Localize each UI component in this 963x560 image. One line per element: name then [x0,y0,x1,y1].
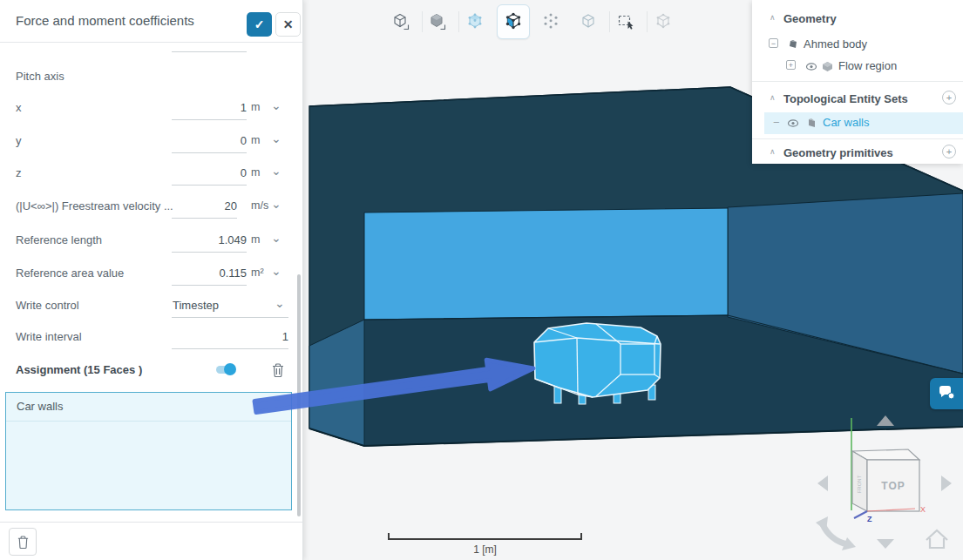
volume-select-icon[interactable] [460,7,490,37]
multi-select-disabled-icon [648,7,678,37]
close-button[interactable]: ✕ [275,12,301,37]
scene-tree-panel: ∧ Geometry − Ahmed body + Flow region ∧ … [752,0,963,164]
wireframe-view-icon[interactable] [386,7,416,37]
tree-section-geometry[interactable]: ∧ Geometry [752,10,963,30]
y-underline [172,152,247,153]
geometry-icon [788,39,798,52]
tree-connector-dash: − [773,116,780,129]
panel-form: m Pitch axis x 1 m ⌄ y 0 m ⌄ z 0 m ⌄ ( [0,42,302,522]
y-unit-select[interactable]: m [251,134,260,146]
car-walls-label: Car walls [823,116,869,129]
chevron-down-icon[interactable]: ⌄ [271,231,281,245]
toolbar-separator [647,11,648,32]
write-interval-input[interactable]: 1 [172,330,288,343]
solid-cube-icon [822,61,833,75]
panel-header: Force and moment coefficients ✓ ✕ [0,0,302,43]
reference-area-underline [172,285,247,286]
add-geometry-primitive-button[interactable]: + [942,145,956,159]
toolbar-separator [458,11,459,32]
axis-x-label: X [920,505,926,514]
reference-length-unit-select[interactable]: m [251,233,260,246]
tree-item-flow-region[interactable]: + Flow region [752,57,963,77]
x-input[interactable]: 1 [172,101,247,114]
tree-divider [752,138,963,139]
z-label: z [16,166,22,179]
z-unit-select[interactable]: m [251,166,260,179]
flow-region-label: Flow region [838,59,897,72]
geometry-primitives-label: Geometry primitives [783,146,893,159]
panel-footer-divider [0,522,302,523]
settings-panel: Force and moment coefficients ✓ ✕ m Pitc… [0,0,303,560]
chevron-down-icon[interactable]: ⌄ [271,197,281,211]
freestream-velocity-label: (|U<∞>|) Freestream velocity ... [16,199,173,213]
clipped-input-underline [172,51,247,52]
scale-bar-label: 1 [m] [388,543,582,556]
reference-length-input[interactable]: 1.049 [172,233,247,246]
tree-divider [752,81,963,82]
topological-entity-sets-label: Topological Entity Sets [783,92,908,105]
assignment-toggle-knob[interactable] [224,363,236,375]
delete-result-control-button[interactable] [9,528,37,556]
chat-bubble-icon [938,386,955,401]
collapse-icon[interactable]: ∧ [770,13,776,22]
chevron-down-icon[interactable]: ⌄ [271,264,281,278]
write-interval-label: Write interval [16,330,82,343]
reference-length-underline [172,252,247,253]
navcube-side-label: FRONT [857,475,862,493]
support-chat-button[interactable] [930,378,963,409]
assignment-list: Car walls [5,392,292,510]
chevron-down-icon[interactable]: ⌄ [275,296,285,310]
collapse-icon[interactable]: ∧ [770,93,776,102]
write-control-label: Write control [16,299,79,312]
assignment-label: Assignment (15 Faces ) [16,363,142,376]
freestream-underline [172,218,237,219]
toolbar-separator [609,11,610,32]
axis-z-label: Z [867,515,872,523]
write-control-select[interactable]: Timestep [173,299,289,312]
apply-button[interactable]: ✓ [247,12,272,37]
z-input[interactable]: 0 [172,166,247,179]
x-underline [172,119,247,120]
navcube-front-label: TOP [881,480,905,492]
tree-item-car-walls[interactable]: − Car walls [752,114,963,133]
panel-title: Force and moment coefficients [16,13,194,28]
write-control-underline [172,317,288,318]
scale-bar [388,533,582,540]
vertex-select-icon[interactable] [536,7,566,37]
x-unit-select[interactable]: m [251,101,260,113]
visibility-eye-icon[interactable] [787,118,799,131]
tree-section-topological-entity-sets[interactable]: ∧ Topological Entity Sets + [752,91,963,110]
body-select-icon[interactable] [573,7,603,37]
collapse-icon[interactable]: ∧ [770,147,776,156]
delete-assignment-icon[interactable] [271,362,285,381]
freestream-velocity-input[interactable]: 20 [172,199,237,213]
solid-view-icon[interactable] [423,7,452,37]
visibility-eye-icon[interactable] [805,61,817,74]
add-entity-set-button[interactable]: + [942,91,956,105]
face-select-icon[interactable] [497,4,530,39]
y-label: y [16,134,22,147]
write-interval-underline [172,348,288,349]
y-input[interactable]: 0 [172,134,247,147]
tree-item-ahmed-body[interactable]: − Ahmed body [752,36,963,55]
tree-section-geometry-primitives[interactable]: ∧ Geometry primitives + [752,145,963,164]
pitch-axis-label: Pitch axis [16,70,64,83]
x-label: x [16,101,22,114]
collapse-box-icon[interactable]: − [769,38,778,48]
geometry-section-label: Geometry [783,12,837,25]
chevron-down-icon[interactable]: ⌄ [271,164,281,178]
box-select-icon[interactable] [611,7,641,37]
freestream-unit-select[interactable]: m/s [251,199,268,212]
flow-region-inlet-panel[interactable] [364,208,728,320]
chevron-down-icon[interactable]: ⌄ [271,98,281,112]
reference-area-input[interactable]: 0.115 [172,267,247,280]
expand-box-icon[interactable]: + [786,60,796,70]
reference-area-label: Reference area value [16,267,124,280]
panel-scrollbar[interactable] [297,274,301,516]
reference-length-label: Reference length [16,233,102,246]
ahmed-body-label: Ahmed body [804,37,867,51]
assignment-item-car-walls[interactable]: Car walls [6,393,291,422]
face-set-icon [806,118,817,132]
chevron-down-icon[interactable]: ⌄ [271,132,281,145]
reference-area-unit-select[interactable]: m² [251,267,264,279]
